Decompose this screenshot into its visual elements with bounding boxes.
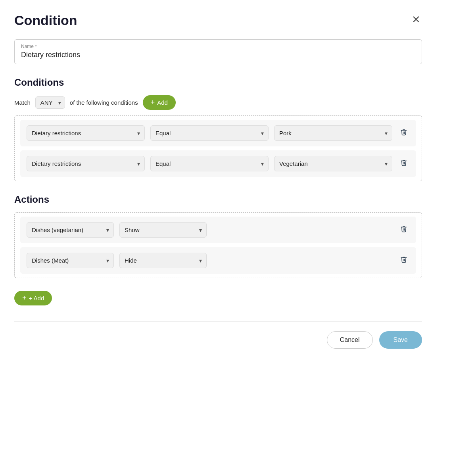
condition-field-1-wrapper[interactable]: Dietary restrictions: [27, 125, 145, 141]
cancel-button[interactable]: Cancel: [327, 331, 373, 349]
action-row-1: Dishes (vegetarian) Show Hide: [20, 217, 416, 243]
condition-operator-1-wrapper[interactable]: Equal: [150, 125, 269, 141]
condition-field-2-wrapper[interactable]: Dietary restrictions: [27, 156, 145, 171]
conditions-box: Dietary restrictions Equal Pork: [14, 115, 422, 181]
of-following-label: of the following conditions: [70, 99, 138, 106]
name-value: Dietary restrictions: [21, 51, 415, 59]
condition-value-1[interactable]: Pork: [274, 125, 392, 141]
conditions-add-button[interactable]: + Add: [143, 95, 176, 110]
action-row-2: Dishes (Meat) Hide Show: [20, 247, 416, 274]
condition-operator-1[interactable]: Equal: [150, 125, 269, 141]
action-field-1[interactable]: Dishes (vegetarian): [27, 222, 114, 238]
condition-modal: Condition ✕ Name * Dietary restrictions …: [0, 0, 436, 397]
match-label: Match: [14, 99, 31, 106]
action-type-1[interactable]: Show Hide: [119, 222, 207, 238]
save-button[interactable]: Save: [379, 331, 422, 349]
condition-operator-2-wrapper[interactable]: Equal: [150, 156, 269, 171]
conditions-section: Conditions Match ANY ALL of the followin…: [14, 77, 422, 181]
condition-value-2[interactable]: Vegetarian: [274, 156, 392, 171]
action-delete-2[interactable]: [398, 254, 410, 267]
condition-row-1: Dietary restrictions Equal Pork: [20, 120, 416, 146]
condition-field-1[interactable]: Dietary restrictions: [27, 125, 145, 141]
close-button[interactable]: ✕: [410, 13, 422, 26]
condition-value-2-wrapper[interactable]: Vegetarian: [274, 156, 392, 171]
action-type-2[interactable]: Hide Show: [119, 253, 207, 268]
modal-title: Condition: [14, 13, 77, 28]
conditions-title: Conditions: [14, 77, 422, 88]
action-type-1-wrapper[interactable]: Show Hide: [119, 222, 207, 238]
actions-plus-icon: +: [22, 294, 27, 302]
action-type-2-wrapper[interactable]: Hide Show: [119, 253, 207, 268]
trash-icon-action-1: [400, 225, 407, 233]
action-field-1-wrapper[interactable]: Dishes (vegetarian): [27, 222, 114, 238]
footer-buttons: Cancel Save: [14, 321, 422, 349]
modal-header: Condition ✕: [14, 13, 422, 28]
actions-add-wrapper: + + Add: [14, 291, 422, 305]
match-select-wrapper[interactable]: ANY ALL: [35, 96, 65, 109]
condition-row-2: Dietary restrictions Equal Vegetarian: [20, 150, 416, 177]
match-select[interactable]: ANY ALL: [35, 96, 65, 109]
name-field-wrapper: Name * Dietary restrictions: [14, 39, 422, 64]
match-row: Match ANY ALL of the following condition…: [14, 95, 422, 110]
action-delete-1[interactable]: [398, 223, 410, 236]
trash-icon-action-2: [400, 255, 407, 263]
trash-icon-1: [400, 128, 407, 136]
trash-icon-2: [400, 159, 407, 167]
action-field-2-wrapper[interactable]: Dishes (Meat): [27, 253, 114, 268]
condition-field-2[interactable]: Dietary restrictions: [27, 156, 145, 171]
actions-title: Actions: [14, 194, 422, 205]
action-field-2[interactable]: Dishes (Meat): [27, 253, 114, 268]
condition-value-1-wrapper[interactable]: Pork: [274, 125, 392, 141]
name-label: Name *: [21, 44, 415, 49]
condition-delete-1[interactable]: [398, 127, 410, 140]
condition-operator-2[interactable]: Equal: [150, 156, 269, 171]
actions-add-label: + Add: [29, 295, 44, 301]
actions-section: Actions Dishes (vegetarian) Show Hide: [14, 194, 422, 305]
condition-delete-2[interactable]: [398, 157, 410, 170]
conditions-add-label: Add: [157, 99, 168, 106]
actions-add-button[interactable]: + + Add: [14, 291, 52, 305]
plus-icon: +: [151, 98, 155, 107]
actions-box: Dishes (vegetarian) Show Hide: [14, 212, 422, 278]
